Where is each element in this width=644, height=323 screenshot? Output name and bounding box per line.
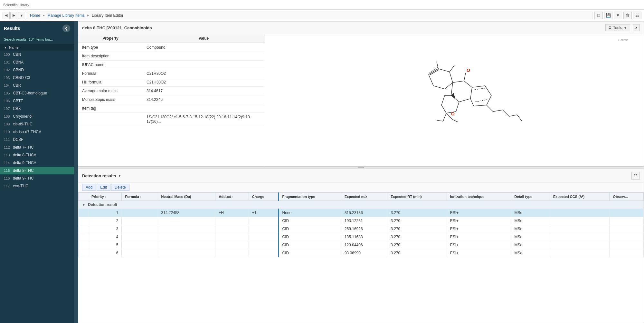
td-expected-mz: 123.04406: [341, 241, 387, 249]
property-row: Hill formulaC21H30O2: [78, 78, 265, 87]
content-area: delta 8-THC [200121_Cannabinoids ⚙ Tools…: [78, 21, 644, 323]
breadcrumb-editor: Library Item Editor: [92, 13, 123, 18]
svg-line-23: [456, 102, 459, 112]
prop-label: Average molar mass: [78, 87, 143, 95]
td-neutral-mass: [158, 233, 215, 241]
compound-header-actions: ⚙ Tools ▼ ∧: [605, 24, 640, 31]
svg-line-12: [470, 87, 472, 99]
sidebar-item[interactable]: 101CBNA: [0, 58, 74, 66]
add-button[interactable]: Add: [82, 184, 96, 191]
back-button[interactable]: ◀: [3, 12, 10, 19]
table-row[interactable]: 6 CID 93.06990 3.270 ESI+ MSe: [79, 249, 644, 257]
th-expected-mz: Expected m/z: [341, 193, 387, 201]
sidebar-item[interactable]: 104CBR: [0, 82, 74, 89]
down-button[interactable]: ▼: [18, 12, 25, 19]
chiral-label: Chiral: [618, 38, 628, 42]
sidebar-item-num: 111: [4, 138, 13, 142]
th-formula[interactable]: Formula: [122, 193, 158, 201]
sidebar-item-num: 101: [4, 60, 13, 64]
td-charge: [249, 233, 279, 241]
prop-label: Monoisotopic mass: [78, 95, 143, 104]
table-header-row: Priority Formula Neutral Mass (Da) Adduc…: [79, 193, 644, 201]
svg-text:O: O: [467, 68, 470, 73]
sidebar-column-header[interactable]: ▼ Name: [0, 44, 74, 51]
sidebar-item[interactable]: 110cis-iso-d7-THCV: [0, 128, 74, 136]
td-expected-rt: 3.270: [387, 225, 447, 233]
th-priority[interactable]: Priority: [88, 193, 122, 201]
group-toggle-icon[interactable]: ▼: [82, 202, 86, 207]
td-selector: [79, 217, 88, 225]
sidebar-item-label: delta 8-THC: [13, 168, 34, 173]
sidebar-item[interactable]: 115delta 8-THC: [0, 167, 74, 174]
sidebar-collapse-button[interactable]: ❮: [62, 24, 70, 32]
sidebar-item[interactable]: 106CBTT: [0, 97, 74, 105]
td-formula: [122, 233, 158, 241]
sidebar-item-label: CBNA: [13, 60, 24, 64]
svg-line-9: [450, 65, 454, 72]
td-selector: [79, 225, 88, 233]
svg-line-13: [459, 99, 470, 102]
sidebar-item[interactable]: 108Chrysoeriol: [0, 113, 74, 120]
detection-header: Detection results ▼ ☷: [78, 169, 644, 182]
sidebar-item[interactable]: 112delta 7-THC: [0, 143, 74, 151]
stats-button[interactable]: ☷: [633, 12, 641, 19]
sidebar-item[interactable]: 103CBND-C3: [0, 74, 74, 82]
forward-button[interactable]: ▶: [10, 12, 17, 19]
table-row[interactable]: 5 CID 123.04406 3.270 ESI+ MSe: [79, 241, 644, 249]
collapse-compound-button[interactable]: ∧: [633, 24, 640, 31]
td-formula: [122, 209, 158, 217]
sidebar-item[interactable]: 109cis-d9-THC: [0, 120, 74, 128]
tools-dropdown-icon: ▼: [623, 25, 627, 30]
svg-line-4: [433, 86, 445, 89]
sidebar-item[interactable]: 107CBX: [0, 105, 74, 113]
detection-dropdown-icon[interactable]: ▼: [118, 174, 121, 178]
sidebar-item[interactable]: 116delta 9-THC: [0, 174, 74, 182]
breadcrumb: Home ► Manage Library Items ► Library It…: [27, 12, 592, 19]
prop-value: 314.4617: [143, 87, 265, 95]
table-row[interactable]: 2 CID 193.12231 3.270 ESI+ MSe: [79, 217, 644, 225]
sidebar-item[interactable]: 113delta 8-THCA: [0, 151, 74, 159]
compound-panel-header: delta 8-THC [200121_Cannabinoids ⚙ Tools…: [78, 22, 644, 34]
sidebar-list: 100CBN101CBNA102CBND103CBND-C3104CBR105C…: [0, 51, 74, 323]
td-detail-type: MSe: [511, 241, 550, 249]
nav-bar: ◀ ▶ ▼ Home ► Manage Library Items ► Libr…: [0, 10, 644, 21]
app-title: Scientific Library: [3, 3, 29, 7]
copy-button[interactable]: □: [594, 12, 603, 19]
svg-line-22: [475, 100, 487, 102]
td-detail-type: MSe: [511, 249, 550, 257]
table-row[interactable]: 4 CID 135.11683 3.270 ESI+ MSe: [79, 233, 644, 241]
table-row[interactable]: 3 CID 259.16926 3.270 ESI+ MSe: [79, 225, 644, 233]
breadcrumb-manage[interactable]: Manage Library Items: [47, 13, 85, 18]
property-row: IUPAC name: [78, 61, 265, 69]
sidebar-item[interactable]: 100CBN: [0, 51, 74, 58]
sidebar-resize-handle[interactable]: ⋮: [74, 21, 78, 323]
td-expected-rt: 3.270: [387, 217, 447, 225]
sidebar-item[interactable]: 105CBT-C3-homologue: [0, 89, 74, 97]
breadcrumb-home[interactable]: Home: [30, 13, 40, 18]
save-dropdown[interactable]: ▼: [614, 12, 622, 19]
save-button[interactable]: 💾: [604, 12, 612, 19]
sidebar-item[interactable]: 117exo-THC: [0, 182, 74, 190]
th-frag-type: Fragmentation type: [279, 193, 341, 201]
svg-line-18: [487, 95, 491, 105]
sidebar-item[interactable]: 111DCBF: [0, 136, 74, 143]
vertical-splitter[interactable]: [78, 166, 644, 169]
prop-value: [143, 104, 265, 113]
sidebar-item-num: 100: [4, 53, 13, 56]
td-observed: [610, 233, 644, 241]
edit-button[interactable]: Edit: [97, 184, 110, 191]
td-expected-ccs: [550, 241, 609, 249]
td-expected-ccs: [550, 217, 609, 225]
delete-button[interactable]: 🗑: [623, 12, 632, 19]
sidebar-item-label: CBX: [13, 106, 21, 111]
delete-button[interactable]: Delete: [111, 184, 129, 191]
detection-stats-button[interactable]: ☷: [631, 172, 640, 180]
top-bar: Scientific Library: [0, 0, 644, 10]
sidebar-item[interactable]: 114delta 9-THCA: [0, 159, 74, 167]
tools-button[interactable]: ⚙ Tools ▼: [605, 24, 630, 31]
data-table-container: Priority Formula Neutral Mass (Da) Adduc…: [78, 192, 644, 323]
table-row[interactable]: 1 314.22458 +H +1 None 315.23186 3.270 E…: [79, 209, 644, 217]
td-expected-mz: 259.16926: [341, 225, 387, 233]
sidebar-item[interactable]: 102CBND: [0, 66, 74, 74]
th-adduct[interactable]: Adduct: [215, 193, 249, 201]
